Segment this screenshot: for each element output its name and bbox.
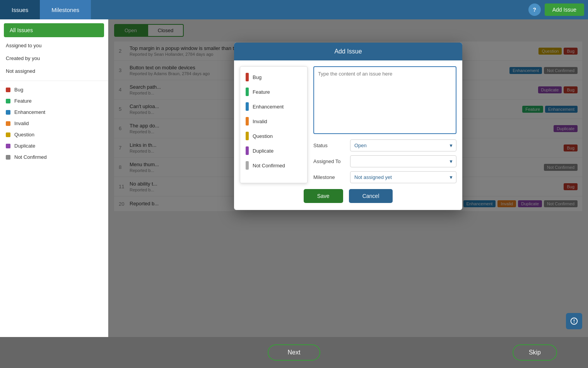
invalid-bar: [246, 117, 249, 126]
main-layout: All Issues Assigned to you Created by yo…: [0, 19, 588, 368]
nav-milestones-label: Milestones: [51, 7, 79, 13]
sidebar-divider: [0, 81, 108, 81]
label-option-question[interactable]: Question: [240, 129, 307, 143]
next-button[interactable]: Next: [268, 344, 321, 361]
cancel-button[interactable]: Cancel: [349, 189, 393, 203]
content-area: Open Closed 2 Top margin in a popup wind…: [108, 19, 588, 368]
status-select-wrapper: Open Closed ▼: [350, 139, 456, 151]
feature-color: [6, 99, 10, 103]
chat-widget[interactable]: [566, 313, 582, 329]
milestone-select-wrapper: Not assigned yet ▼: [350, 171, 456, 183]
label-option-not-confirmed[interactable]: Not Confirmed: [240, 158, 307, 173]
nav-issues-label: Issues: [12, 7, 28, 13]
sidebar-label-invalid[interactable]: Invalid: [0, 118, 108, 129]
add-issue-button[interactable]: Add Issue: [545, 3, 584, 16]
milestone-row: Milestone Not assigned yet ▼: [313, 171, 456, 183]
skip-button[interactable]: Skip: [513, 344, 557, 361]
status-row: Status Open Closed ▼: [313, 139, 456, 151]
feature-bar: [246, 88, 249, 96]
sidebar-item-created[interactable]: Created by you: [0, 52, 108, 65]
nav-tab-issues[interactable]: Issues: [0, 0, 40, 19]
sidebar-item-not-assigned[interactable]: Not assigned: [0, 65, 108, 77]
add-issue-modal: Add Issue Bug Feature: [234, 43, 462, 210]
bottom-nav: Next Skip: [0, 337, 588, 368]
sidebar-label-not-confirmed[interactable]: Not Confirmed: [0, 151, 108, 163]
assigned-label: Assigned To: [313, 158, 346, 164]
help-button[interactable]: ?: [528, 3, 541, 16]
status-label: Status: [313, 143, 346, 148]
assigned-select[interactable]: [350, 155, 456, 167]
nav-tab-milestones[interactable]: Milestones: [40, 0, 91, 19]
modal-backdrop: Add Issue Bug Feature: [108, 19, 588, 368]
sidebar-label-feature[interactable]: Feature: [0, 95, 108, 107]
sidebar-label-question[interactable]: Question: [0, 129, 108, 140]
help-label: ?: [533, 7, 536, 13]
assigned-row: Assigned To ▼: [313, 155, 456, 167]
chat-icon: [570, 317, 578, 325]
sidebar-label-duplicate[interactable]: Duplicate: [0, 140, 108, 151]
sidebar-item-assigned[interactable]: Assigned to you: [0, 39, 108, 52]
question-bar: [246, 132, 249, 140]
assigned-select-wrapper: ▼: [350, 155, 456, 167]
modal-title: Add Issue: [234, 43, 462, 60]
invalid-color: [6, 121, 10, 126]
status-select[interactable]: Open Closed: [350, 139, 456, 151]
label-option-bug[interactable]: Bug: [240, 70, 307, 84]
sidebar-label-bug[interactable]: Bug: [0, 84, 108, 95]
modal-body: Bug Feature Enhancement Invalid: [234, 60, 462, 189]
sidebar-all-issues[interactable]: All Issues: [4, 23, 104, 37]
label-option-invalid[interactable]: Invalid: [240, 114, 307, 129]
not-confirmed-color: [6, 155, 10, 160]
bug-color: [6, 88, 10, 92]
label-option-enhancement[interactable]: Enhancement: [240, 99, 307, 114]
label-option-duplicate[interactable]: Duplicate: [240, 143, 307, 158]
sidebar: All Issues Assigned to you Created by yo…: [0, 19, 108, 368]
save-button[interactable]: Save: [304, 189, 343, 203]
sidebar-label-enhancement[interactable]: Enhancement: [0, 107, 108, 118]
enhancement-bar: [246, 102, 249, 111]
milestone-select[interactable]: Not assigned yet: [350, 171, 456, 183]
label-option-feature[interactable]: Feature: [240, 84, 307, 99]
question-color: [6, 132, 10, 137]
enhancement-color: [6, 110, 10, 115]
duplicate-bar: [246, 146, 249, 155]
labels-dropdown: Bug Feature Enhancement Invalid: [240, 66, 308, 183]
top-nav: Issues Milestones ? Add Issue: [0, 0, 588, 19]
issue-content-input[interactable]: [313, 66, 456, 134]
add-issue-label: Add Issue: [552, 7, 576, 13]
modal-form: Status Open Closed ▼ Assigned To: [313, 66, 456, 183]
modal-footer: Save Cancel: [234, 189, 462, 210]
milestone-label: Milestone: [313, 174, 346, 180]
not-confirmed-bar: [246, 161, 249, 170]
bug-bar: [246, 73, 249, 81]
duplicate-color: [6, 144, 10, 148]
